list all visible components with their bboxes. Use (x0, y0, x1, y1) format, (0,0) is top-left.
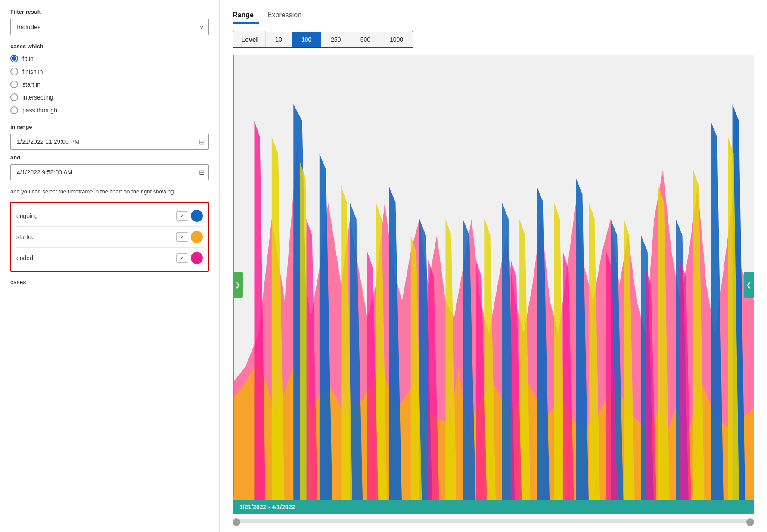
cases-which-label: cases which (10, 43, 209, 50)
radio-circle-finish-in (10, 68, 18, 75)
radio-label-intersecting: intersecting (22, 94, 53, 101)
scrollbar-thumb-right[interactable] (746, 518, 754, 526)
radio-item-start-in[interactable]: start in (10, 81, 209, 88)
radio-group: fit in finish in start in intersecting p… (10, 55, 209, 114)
radio-circle-fit-in (10, 55, 18, 62)
scrollbar-track[interactable] (233, 519, 754, 523)
toggle-color-ended (191, 252, 203, 264)
radio-item-finish-in[interactable]: finish in (10, 68, 209, 75)
date-start-wrapper: ⊞ (10, 134, 209, 150)
date-start-icon[interactable]: ⊞ (199, 138, 205, 146)
tab-expression[interactable]: Expression (267, 9, 307, 24)
radio-circle-pass-through (10, 106, 18, 114)
toggle-box: ongoing ✓ started ✓ ended ✓ (10, 202, 209, 272)
date-start-input[interactable] (10, 134, 209, 150)
dropdown-wrapper: Includes ∨ (10, 19, 209, 35)
cases-label: cases. (10, 279, 209, 286)
toggle-right-ongoing: ✓ (176, 210, 203, 222)
toggle-check-started[interactable]: ✓ (176, 232, 188, 242)
date-range-banner: 1/21/2022 - 4/1/2022 (233, 500, 754, 514)
radio-label-start-in: start in (22, 81, 40, 88)
toggle-right-started: ✓ (176, 231, 203, 243)
toggle-item-ended: ended ✓ (16, 248, 203, 268)
nav-arrow-left[interactable]: ❯ (233, 272, 243, 298)
chart-svg (233, 55, 754, 514)
level-selector: Level 10 100 250 500 1000 (233, 31, 413, 48)
date-end-icon[interactable]: ⊞ (199, 168, 205, 177)
and-label: and (10, 154, 209, 161)
toggle-label-ongoing: ongoing (16, 212, 38, 219)
toggle-label-started: started (16, 233, 35, 240)
level-btn-100[interactable]: 100 (292, 32, 321, 47)
chart-container: ❯ ❮ (233, 55, 754, 514)
tab-range[interactable]: Range (233, 9, 259, 24)
level-btn-10[interactable]: 10 (266, 32, 292, 47)
tabs-row: Range Expression (220, 9, 767, 24)
level-btn-1000[interactable]: 1000 (380, 32, 413, 47)
toggle-label-ended: ended (16, 255, 33, 261)
radio-circle-intersecting (10, 93, 18, 101)
right-panel: Range Expression Level 10 100 250 500 10… (220, 0, 767, 532)
toggle-item-started: started ✓ (16, 227, 203, 248)
radio-label-fit-in: fit in (22, 55, 34, 62)
radio-item-pass-through[interactable]: pass through (10, 106, 209, 114)
toggle-check-ongoing[interactable]: ✓ (176, 211, 188, 221)
date-end-input[interactable] (10, 164, 209, 180)
toggle-color-started (191, 231, 203, 243)
radio-circle-start-in (10, 81, 18, 88)
scrollbar-row (220, 514, 767, 532)
date-end-wrapper: ⊞ (10, 164, 209, 180)
radio-label-finish-in: finish in (22, 68, 43, 75)
nav-arrow-right[interactable]: ❮ (744, 272, 754, 298)
radio-item-fit-in[interactable]: fit in (10, 55, 209, 62)
timeframe-text: and you can select the timeframe in the … (10, 187, 209, 196)
radio-item-intersecting[interactable]: intersecting (10, 93, 209, 101)
toggle-check-ended[interactable]: ✓ (176, 253, 188, 263)
filter-result-dropdown[interactable]: Includes (10, 19, 209, 35)
toggle-color-ongoing (191, 210, 203, 222)
toggle-right-ended: ✓ (176, 252, 203, 264)
radio-label-pass-through: pass through (22, 107, 57, 114)
left-panel: Filter result Includes ∨ cases which fit… (0, 0, 220, 532)
level-btn-250[interactable]: 250 (321, 32, 351, 47)
filter-result-label: Filter result (10, 9, 209, 15)
toggle-item-ongoing: ongoing ✓ (16, 205, 203, 227)
scrollbar-thumb-left[interactable] (233, 518, 240, 526)
level-label: Level (233, 31, 266, 47)
level-btn-500[interactable]: 500 (351, 32, 380, 47)
in-range-label: in range (10, 124, 209, 130)
